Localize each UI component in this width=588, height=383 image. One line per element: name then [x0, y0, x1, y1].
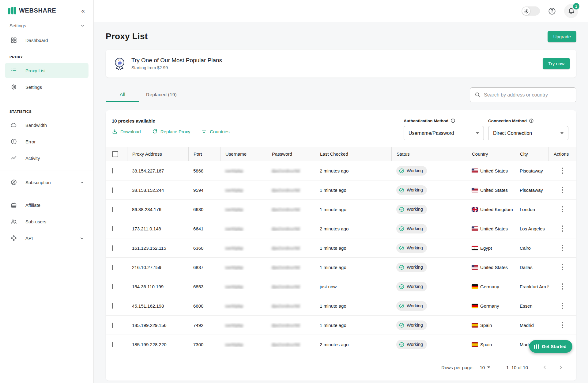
row-menu-button[interactable] — [560, 282, 565, 292]
column-header-actions: Actions — [548, 147, 576, 161]
status-label: Working — [407, 303, 423, 308]
proxy-address-cell: 173.211.0.148 — [127, 226, 188, 231]
select-all-checkbox[interactable] — [112, 151, 118, 157]
try-now-button[interactable]: Try now — [543, 58, 570, 69]
sidebar-item-affiliate[interactable]: Affiliate — [5, 197, 89, 213]
country-label: United States — [480, 226, 508, 231]
check-circle-icon — [399, 187, 405, 193]
gear-icon — [10, 84, 17, 90]
download-label: Download — [120, 129, 141, 134]
sidebar-item-bandwidth[interactable]: Bandwidth — [5, 117, 89, 133]
workspace-selector[interactable]: Settings — [0, 20, 93, 31]
next-page-button[interactable] — [558, 365, 564, 370]
sidebar-item-label: Sub-users — [25, 219, 84, 224]
row-checkbox[interactable] — [112, 265, 113, 270]
actions-cell — [548, 204, 576, 214]
connection-method-value: Direct Connection — [493, 131, 532, 136]
row-checkbox[interactable] — [112, 226, 113, 231]
password-cell: djw2sndvur9d — [267, 207, 315, 212]
tab-replaced[interactable]: Replaced (19) — [139, 87, 183, 102]
webshare-logo[interactable]: WEBSHARE — [8, 7, 56, 14]
column-header-proxy-address: Proxy Address — [127, 147, 188, 161]
sidebar-item-proxy-list[interactable]: Proxy List — [5, 63, 89, 78]
username-blurred: swrklpbp — [225, 207, 243, 212]
column-header-country: Country — [467, 147, 515, 161]
help-button[interactable] — [548, 7, 556, 15]
get-started-label: Get Started — [542, 344, 567, 349]
row-checkbox[interactable] — [112, 245, 113, 251]
chevron-down-icon — [80, 180, 84, 185]
row-checkbox[interactable] — [112, 284, 113, 289]
country-cell: United States — [467, 265, 515, 270]
sidebar-item-dashboard[interactable]: Dashboard — [5, 32, 89, 48]
table-row: 45.151.162.1986600swrklpbpdjw2sndvur9d1 … — [106, 296, 576, 316]
brand-name: WEBSHARE — [19, 7, 56, 14]
status-badge: Working — [396, 166, 427, 176]
row-checkbox[interactable] — [112, 188, 113, 193]
column-header-password: Password — [267, 147, 315, 161]
row-checkbox[interactable] — [112, 303, 113, 309]
username-blurred: swrklpbp — [225, 265, 243, 270]
row-checkbox[interactable] — [112, 323, 113, 328]
sidebar-item-label: Error — [25, 139, 84, 144]
country-cell: United Kingdom — [467, 207, 515, 212]
row-menu-button[interactable] — [560, 262, 565, 272]
status-label: Working — [407, 226, 423, 231]
status-badge: Working — [396, 263, 427, 272]
search-input[interactable] — [484, 92, 572, 98]
status-cell: Working — [391, 301, 467, 311]
country-cell: Egypt — [467, 245, 515, 251]
theme-toggle[interactable] — [522, 6, 540, 16]
row-menu-button[interactable] — [560, 166, 565, 176]
rows-per-page-select[interactable]: 10 — [480, 365, 490, 370]
connection-method-select[interactable]: Direct Connection — [488, 126, 568, 140]
tab-all[interactable]: All — [106, 87, 139, 102]
status-badge: Working — [396, 282, 427, 291]
replace-proxy-button[interactable]: Replace Proxy — [152, 129, 190, 135]
country-cell: Germany — [467, 303, 515, 309]
status-badge: Working — [396, 301, 427, 311]
row-checkbox[interactable] — [112, 168, 113, 173]
password-blurred: djw2sndvur9d — [272, 207, 300, 212]
row-checkbox[interactable] — [112, 342, 113, 347]
sidebar-item-sub-users[interactable]: Sub-users — [5, 214, 89, 229]
page-content: Proxy List Upgrade Try One — [94, 22, 588, 381]
city-cell: Dallas — [515, 265, 548, 270]
actions-cell — [548, 301, 576, 311]
auth-method-select[interactable]: Username/Password — [404, 126, 484, 140]
row-menu-button[interactable] — [560, 320, 565, 330]
info-icon[interactable] — [450, 118, 455, 123]
proxy-address-cell: 161.123.152.115 — [127, 245, 188, 251]
country-label: Spain — [480, 323, 492, 328]
row-menu-button[interactable] — [560, 204, 565, 214]
row-menu-button[interactable] — [560, 243, 565, 253]
column-header-last-checked: Last Checked — [315, 147, 391, 161]
row-checkbox-cell — [106, 265, 127, 270]
country-label: United Kingdom — [480, 207, 513, 212]
get-started-button[interactable]: Get Started — [529, 340, 572, 353]
sidebar-item-error[interactable]: Error — [5, 134, 89, 149]
sidebar-item-settings[interactable]: Settings — [5, 79, 89, 95]
countries-button[interactable]: Countries — [201, 129, 229, 135]
row-checkbox[interactable] — [112, 207, 113, 212]
upgrade-button[interactable]: Upgrade — [548, 31, 576, 42]
row-menu-button[interactable] — [560, 224, 565, 234]
chevron-down-icon — [487, 366, 490, 368]
row-menu-button[interactable] — [560, 301, 565, 311]
previous-page-button[interactable] — [542, 365, 548, 370]
sidebar-item-subscription[interactable]: Subscription — [5, 175, 89, 190]
proxy-address-cell: 185.199.229.156 — [127, 323, 188, 328]
sidebar-item-api[interactable]: API — [5, 230, 89, 246]
city-cell: Madrid — [515, 323, 548, 328]
country-label: United States — [480, 265, 508, 270]
city-cell: Piscataway — [515, 168, 548, 173]
sidebar-item-activity[interactable]: Activity — [5, 150, 89, 166]
status-badge: Working — [396, 224, 427, 233]
sidebar-collapse-icon[interactable]: « — [80, 7, 86, 14]
notifications-button[interactable]: 1 — [564, 4, 578, 18]
row-menu-button[interactable] — [560, 185, 565, 195]
table-row: 216.10.27.1596837swrklpbpdjw2sndvur9d1 m… — [106, 258, 576, 277]
info-icon[interactable] — [529, 118, 534, 123]
download-button[interactable]: Download — [112, 129, 141, 135]
username-blurred: swrklpbp — [225, 169, 243, 173]
